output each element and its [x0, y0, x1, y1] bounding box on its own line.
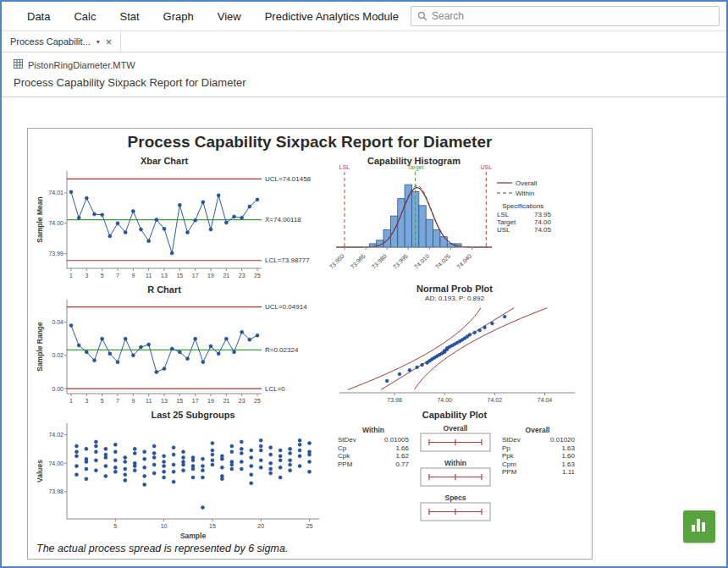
search-icon — [417, 11, 427, 21]
svg-text:Target: Target — [407, 164, 424, 171]
menu-item-predictive-analytics-module[interactable]: Predictive Analytics Module — [253, 5, 411, 28]
menu-item-stat[interactable]: Stat — [108, 5, 151, 28]
svg-text:74.00: 74.00 — [437, 397, 452, 403]
svg-text:23: 23 — [239, 273, 245, 278]
worksheet-name: PistonRingDiameter.MTW — [28, 60, 135, 70]
svg-text:Cpk: Cpk — [338, 452, 350, 460]
svg-text:17: 17 — [192, 273, 199, 278]
svg-text:9: 9 — [131, 398, 135, 404]
svg-text:LSL: LSL — [497, 211, 510, 218]
report-title: Process Capability Sixpack Report for Di… — [35, 131, 585, 154]
svg-text:25: 25 — [306, 523, 313, 529]
svg-text:19: 19 — [207, 273, 214, 278]
svg-text:15: 15 — [176, 398, 183, 404]
r-chart[interactable]: R Chart0.000.020.04135791113151719212325… — [35, 283, 329, 408]
svg-text:Normal Prob Plot: Normal Prob Plot — [416, 284, 493, 294]
tab-label: Process Capabilit... — [10, 36, 91, 47]
normal-prob-plot[interactable]: Normal Prob PlotAD: 0.193, P: 0.89273.98… — [329, 283, 580, 408]
menu-items: DataCalcStatGraphViewPredictive Analytic… — [15, 5, 411, 28]
svg-text:74.00: 74.00 — [534, 218, 552, 226]
svg-text:Cp: Cp — [338, 444, 347, 452]
menu-bar: DataCalcStatGraphViewPredictive Analytic… — [2, 2, 726, 30]
svg-text:Xbar Chart: Xbar Chart — [141, 156, 189, 166]
svg-text:Within: Within — [362, 426, 384, 434]
menu-item-data[interactable]: Data — [15, 5, 62, 28]
svg-text:5: 5 — [113, 523, 117, 529]
svg-text:Sample Range: Sample Range — [36, 322, 44, 372]
svg-text:7: 7 — [116, 398, 119, 404]
svg-text:Sample Mean: Sample Mean — [36, 196, 44, 242]
menu-item-calc[interactable]: Calc — [62, 5, 108, 28]
svg-text:0.04: 0.04 — [52, 319, 63, 325]
svg-text:74.04: 74.04 — [538, 397, 553, 403]
tab-close-icon[interactable]: × — [106, 36, 113, 47]
svg-text:X̄=74.00118: X̄=74.00118 — [265, 216, 301, 223]
svg-text:LCL=0: LCL=0 — [265, 385, 285, 393]
svg-text:17: 17 — [192, 398, 199, 404]
svg-text:1.66: 1.66 — [395, 444, 409, 452]
svg-text:74.02: 74.02 — [488, 397, 503, 403]
svg-text:73.950: 73.950 — [329, 253, 345, 270]
graphs-button[interactable] — [683, 510, 715, 543]
svg-text:25: 25 — [254, 273, 261, 278]
last-25-subgroups-chart[interactable]: Last 25 Subgroups73.9874.0074.0251015202… — [35, 408, 329, 542]
svg-text:Last 25 Subgroups: Last 25 Subgroups — [151, 410, 234, 420]
capability-plot[interactable]: Capability PlotWithinStDev0.01005Cp1.66C… — [329, 408, 580, 542]
svg-text:0.01020: 0.01020 — [550, 436, 575, 444]
svg-text:13: 13 — [161, 273, 168, 278]
svg-text:Values: Values — [36, 460, 44, 483]
svg-text:1.60: 1.60 — [561, 452, 575, 460]
svg-text:73.99: 73.99 — [48, 251, 63, 256]
svg-text:Target: Target — [497, 218, 516, 226]
svg-text:0.02: 0.02 — [52, 352, 63, 358]
output-pane: PistonRingDiameter.MTW Process Capabilit… — [2, 52, 726, 566]
svg-text:1.63: 1.63 — [561, 444, 575, 452]
svg-text:LSL: LSL — [339, 164, 350, 170]
tab-process-capability[interactable]: Process Capabilit... ▾ × — [2, 31, 121, 52]
svg-text:1: 1 — [69, 273, 73, 278]
svg-text:Within: Within — [444, 459, 466, 467]
svg-text:74.040: 74.040 — [455, 253, 472, 270]
svg-text:Overall: Overall — [516, 179, 538, 187]
svg-text:21: 21 — [223, 273, 229, 278]
menu-item-graph[interactable]: Graph — [152, 5, 206, 28]
svg-text:1.11: 1.11 — [562, 468, 576, 476]
svg-text:74.010: 74.010 — [413, 253, 430, 270]
output-title: Process Capability Sixpack Report for Di… — [2, 72, 726, 97]
capability-histogram[interactable]: Capability HistogramLSLTargetUSL73.95073… — [329, 154, 580, 283]
tab-dropdown-icon[interactable]: ▾ — [97, 38, 100, 46]
worksheet-link[interactable]: PistonRingDiameter.MTW — [2, 58, 726, 72]
output-canvas: Process Capability Sixpack Report for Di… — [2, 97, 726, 566]
svg-text:Within: Within — [516, 190, 534, 197]
svg-text:0.01005: 0.01005 — [384, 436, 409, 444]
menu-item-view[interactable]: View — [206, 5, 253, 28]
svg-text:73.98: 73.98 — [387, 397, 402, 403]
svg-text:LCL=73.98777: LCL=73.98777 — [265, 256, 310, 264]
svg-text:Ppk: Ppk — [502, 452, 515, 460]
svg-text:74.01: 74.01 — [48, 190, 63, 196]
xbar-chart[interactable]: Xbar Chart73.9974.0074.01135791113151719… — [35, 154, 329, 283]
worksheet-icon — [14, 59, 23, 70]
svg-text:74.02: 74.02 — [48, 432, 63, 438]
svg-text:PPM: PPM — [338, 460, 353, 468]
svg-text:73.980: 73.980 — [371, 253, 388, 270]
svg-text:R̄=0.02324: R̄=0.02324 — [265, 346, 299, 354]
svg-text:73.995: 73.995 — [392, 253, 409, 270]
svg-text:73.95: 73.95 — [534, 211, 552, 218]
svg-text:74.05: 74.05 — [534, 226, 552, 234]
svg-text:3: 3 — [85, 398, 88, 404]
svg-text:StDev: StDev — [502, 436, 521, 444]
svg-text:USL: USL — [497, 226, 510, 234]
search-box[interactable] — [411, 6, 720, 26]
svg-text:11: 11 — [146, 273, 152, 278]
svg-text:25: 25 — [254, 398, 261, 404]
svg-text:Capability Plot: Capability Plot — [422, 410, 488, 420]
svg-text:PPM: PPM — [502, 468, 517, 476]
svg-text:7: 7 — [116, 273, 119, 278]
sixpack-report[interactable]: Process Capability Sixpack Report for Di… — [27, 128, 593, 560]
search-input[interactable] — [432, 10, 713, 22]
svg-text:15: 15 — [176, 273, 183, 278]
report-footnote: The actual process spread is represented… — [35, 542, 585, 557]
svg-text:20: 20 — [257, 523, 264, 529]
chart-grid: Xbar Chart73.9974.0074.01135791113151719… — [35, 154, 585, 542]
